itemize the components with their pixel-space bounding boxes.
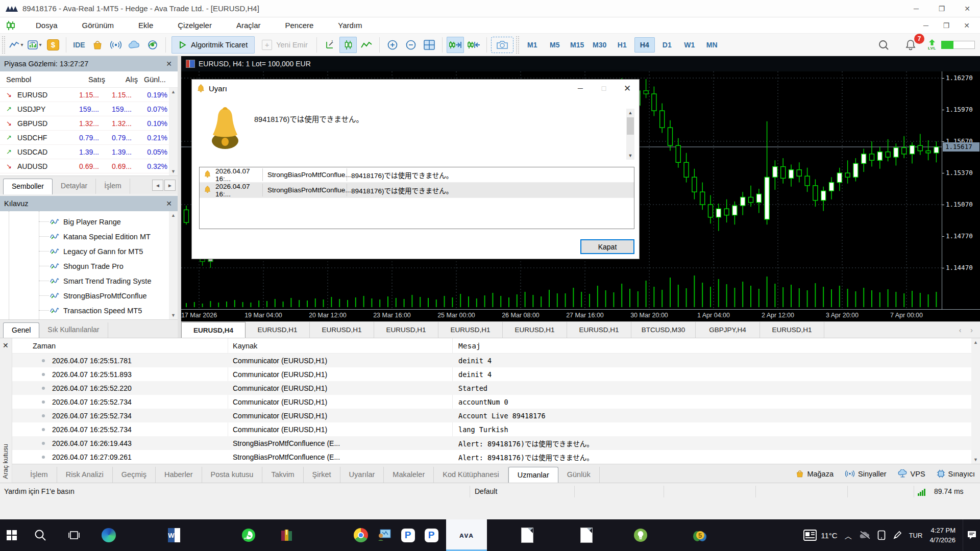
tab-scroll-right-icon[interactable]: ›	[970, 326, 973, 334]
toolbox-column-headers[interactable]: Zaman Kaynak Mesaj	[12, 338, 972, 354]
algo-trading-button[interactable]: Algoritmik Ticaret	[172, 36, 255, 54]
service-ma-aza[interactable]: Mağaza	[796, 469, 834, 478]
chart-tab-eurusd-h1-4[interactable]: EURUSD,H1	[438, 322, 503, 338]
toolbox-tab-ge-mi[interactable]: Geçmiş	[113, 467, 156, 483]
market-watch-scrollbar[interactable]: ▲ ▼	[169, 88, 178, 176]
navigator-close-icon[interactable]: ✕	[164, 199, 174, 208]
market-watch-tab-detaylar[interactable]: Detaylar	[53, 179, 96, 194]
navigator-item-strongbiaspromtfconflue[interactable]: StrongBiasProMtfConflue	[0, 288, 178, 303]
connection-signal-icon[interactable]	[918, 489, 926, 496]
weather-temperature[interactable]: 11°C	[821, 531, 837, 540]
notepad2-button[interactable]	[575, 519, 598, 551]
scroll-down-icon[interactable]: ▼	[971, 456, 980, 464]
toolbox-tab-takvim[interactable]: Takvim	[262, 467, 303, 483]
clock[interactable]: 4:27 PM4/7/2026	[929, 525, 955, 545]
chart-tab-gbpjpy-h4-8[interactable]: GBPJPY,H4	[696, 322, 760, 338]
search-button[interactable]	[875, 37, 892, 53]
log-row[interactable]: 2026.04.07 16:25:51.893Communicator (EUR…	[12, 367, 972, 381]
alert-row[interactable]: 2026.04.07 16:...StrongBiasProMtfConflue…	[200, 183, 634, 198]
close-alert-button[interactable]: Kapat	[580, 239, 634, 254]
column-ask[interactable]: Alış	[105, 76, 138, 84]
scroll-up-icon[interactable]: ▲	[971, 338, 980, 346]
menu-item-g-r-n-m[interactable]: Görünüm	[70, 17, 127, 34]
alert-row[interactable]: 2026.04.07 16:...StrongBiasProMtfConflue…	[200, 167, 634, 183]
toolbox-tab-uyar-lar[interactable]: Uyarılar	[340, 467, 384, 483]
screenshot-button[interactable]	[491, 37, 513, 53]
taskbar-search-button[interactable]	[23, 519, 57, 551]
log-row[interactable]: 2026.04.07 16:25:51.781Communicator (EUR…	[12, 354, 972, 367]
market-watch-tab-semboller[interactable]: Semboller	[3, 179, 53, 194]
candlestick-mode-button[interactable]	[339, 37, 357, 53]
chart-tab-eurusd-h1-3[interactable]: EURUSD,H1	[374, 322, 438, 338]
log-row[interactable]: 2026.04.07 16:25:52.734Communicator (EUR…	[12, 395, 972, 409]
tab-scroll-left-icon[interactable]: ‹	[959, 326, 962, 334]
status-profile[interactable]: Default	[475, 487, 497, 495]
log-row[interactable]: 2026.04.07 16:25:52.734Communicator (EUR…	[12, 409, 972, 422]
market-row-usdchf[interactable]: ↗USDCHF0.79...0.79...0.21%	[0, 131, 178, 145]
tile-windows-button[interactable]	[421, 37, 438, 53]
navigator-tab-s-k-kullan-lanlar[interactable]: Sık Kullanılanlar	[39, 322, 108, 338]
zoom-out-button[interactable]	[402, 37, 420, 53]
time-axis[interactable]: 17 Mar 202619 Mar 04:0020 Mar 12:0023 Ma…	[181, 309, 980, 321]
deposit-button[interactable]: $	[44, 37, 62, 53]
market-depth-button[interactable]: ▾	[26, 37, 43, 53]
chart-minimize-icon[interactable]: ─	[916, 18, 936, 33]
menu-item-izelgeler[interactable]: Çizelgeler	[165, 17, 224, 34]
tab-scroll-right-icon[interactable]: ►	[164, 180, 176, 191]
scroll-down-icon[interactable]: ▼	[169, 167, 178, 176]
scroll-up-icon[interactable]: ▲	[169, 88, 178, 96]
toolbar-grip[interactable]	[2, 36, 6, 54]
market-watch-tab-i-lem[interactable]: İşlem	[96, 179, 130, 194]
notepad-button[interactable]	[516, 519, 539, 551]
tray-expand-button[interactable]: ︿	[845, 530, 852, 540]
timeframe-h4[interactable]: H4	[634, 37, 655, 53]
menu-item-ekle[interactable]: Ekle	[126, 17, 165, 34]
new-order-button[interactable]: + Yeni Emir	[257, 36, 313, 54]
column-source[interactable]: Kaynak	[233, 342, 257, 350]
market-row-usdjpy[interactable]: ↗USDJPY159....159....0.07%	[0, 102, 178, 116]
cloud-button[interactable]	[126, 37, 143, 53]
toolbox-tab-kod-k-t-phanesi[interactable]: Kod Kütüphanesi	[434, 467, 508, 483]
timeframe-m30[interactable]: M30	[590, 37, 610, 53]
market-row-usdcad[interactable]: ↗USDCAD1.39...1.39...0.05%	[0, 145, 178, 159]
toolbox-close-icon[interactable]: ✕	[3, 341, 9, 349]
service-vps[interactable]: VPS	[898, 469, 925, 478]
tab-scroll-left-icon[interactable]: ◄	[152, 180, 163, 191]
chart-type-button[interactable]: ▾	[8, 37, 25, 53]
hints-app-button[interactable]	[629, 519, 652, 551]
chrome-button[interactable]	[349, 519, 373, 551]
scroll-up-icon[interactable]: ▲	[626, 109, 634, 117]
column-time[interactable]: Zaman	[33, 342, 56, 350]
zoom-in-button[interactable]	[384, 37, 401, 53]
shift-end-button[interactable]	[447, 37, 464, 53]
app-p2-button[interactable]: P	[420, 519, 443, 551]
chart-tab-eurusd-h1-6[interactable]: EURUSD,H1	[567, 322, 631, 338]
winrar-button[interactable]	[275, 519, 298, 551]
panel-splitter[interactable]	[178, 56, 181, 338]
remote-app-button[interactable]	[373, 519, 396, 551]
column-daily[interactable]: Günl...	[138, 76, 174, 84]
chart-tab-eurusd-h1-1[interactable]: EURUSD,H1	[246, 322, 310, 338]
toolbox-tab-g-nl-k[interactable]: Günlük	[558, 467, 600, 483]
close-button[interactable]: ✕	[954, 0, 980, 17]
dialog-scrollbar[interactable]: ▲ ▼	[626, 109, 634, 160]
navigator-item-transaction-speed-mt5[interactable]: Transaction Speed MT5	[0, 303, 178, 318]
app-p1-button[interactable]: P	[396, 519, 420, 551]
notifications-button[interactable]: 7	[902, 37, 919, 53]
log-row[interactable]: 2026.04.07 16:25:52.220Communicator (EUR…	[12, 381, 972, 395]
timeframe-mn[interactable]: MN	[702, 37, 722, 53]
language-indicator[interactable]: TUR	[909, 532, 923, 539]
phone-link-icon[interactable]	[877, 530, 886, 540]
action-center-button[interactable]	[963, 519, 980, 551]
navigator-scrollbar[interactable]: ▲ ▼	[169, 211, 178, 319]
pen-settings-icon[interactable]	[893, 531, 902, 540]
chart-tab-eurusd-h1-5[interactable]: EURUSD,H1	[503, 322, 567, 338]
community-button[interactable]	[144, 37, 161, 53]
chart-tab-eurusd-h1-9[interactable]: EURUSD,H1	[760, 322, 824, 338]
column-message[interactable]: Mesaj	[458, 342, 481, 350]
service-sinyaller[interactable]: Sinyaller	[845, 470, 887, 478]
scroll-up-icon[interactable]: ▲	[169, 211, 178, 219]
timeframe-d1[interactable]: D1	[657, 37, 677, 53]
chart-tab-eurusd-h4-0[interactable]: EURUSD,H4	[181, 322, 246, 338]
whatsapp-button[interactable]	[237, 519, 260, 551]
